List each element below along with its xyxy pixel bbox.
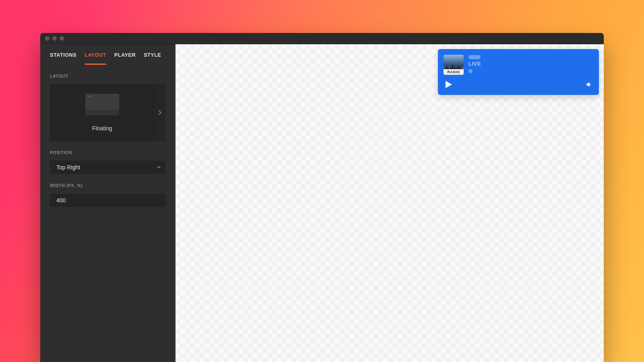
volume-icon	[585, 81, 592, 88]
window-zoom-icon[interactable]	[60, 36, 64, 41]
app-window: STATIONS LAYOUT PLAYER STYLE LAYOUT	[40, 33, 604, 362]
volume-button[interactable]	[585, 81, 592, 88]
player-widget[interactable]: RADIO LIVE	[438, 49, 599, 95]
player-header: RADIO LIVE	[444, 55, 592, 75]
player-controls	[444, 80, 592, 89]
width-section-label: WIDTH (PX, %)	[50, 183, 166, 188]
sidebar-tabs: STATIONS LAYOUT PLAYER STYLE	[40, 44, 175, 65]
play-icon	[444, 80, 453, 89]
preview-canvas: RADIO LIVE	[175, 44, 604, 362]
cover-art-label: RADIO	[444, 69, 464, 75]
sidebar: STATIONS LAYOUT PLAYER STYLE LAYOUT	[40, 44, 175, 362]
section-layout: LAYOUT Floating	[40, 65, 175, 141]
position-select[interactable]: Top Right	[50, 160, 166, 174]
caret-down-icon	[157, 167, 161, 169]
layout-next-button[interactable]	[155, 84, 166, 141]
tab-layout[interactable]: LAYOUT	[85, 52, 106, 64]
section-width: WIDTH (PX, %)	[40, 174, 175, 207]
position-section-label: POSITION	[50, 150, 166, 155]
tab-stations[interactable]: STATIONS	[50, 52, 76, 64]
layout-picker: Floating	[50, 84, 166, 141]
layout-thumbnail-icon	[85, 94, 119, 115]
width-input[interactable]	[50, 193, 166, 207]
tab-style[interactable]: STYLE	[144, 52, 161, 64]
station-subtitle-placeholder	[469, 69, 473, 73]
player-meta: LIVE	[469, 55, 481, 73]
section-position: POSITION Top Right	[40, 141, 175, 174]
chevron-right-icon	[159, 110, 162, 115]
layout-section-label: LAYOUT	[50, 74, 166, 78]
content-area: STATIONS LAYOUT PLAYER STYLE LAYOUT	[40, 44, 604, 362]
station-title-placeholder	[469, 55, 481, 59]
station-cover-art: RADIO	[444, 55, 464, 75]
window-titlebar	[40, 33, 604, 44]
tab-player[interactable]: PLAYER	[114, 52, 136, 64]
play-button[interactable]	[444, 80, 453, 89]
position-select-value: Top Right	[56, 164, 80, 171]
layout-option-name: Floating	[92, 125, 112, 132]
layout-option-floating[interactable]: Floating	[50, 84, 155, 141]
window-close-icon[interactable]	[45, 36, 50, 41]
live-indicator: LIVE	[469, 61, 481, 67]
window-minimize-icon[interactable]	[52, 36, 57, 41]
